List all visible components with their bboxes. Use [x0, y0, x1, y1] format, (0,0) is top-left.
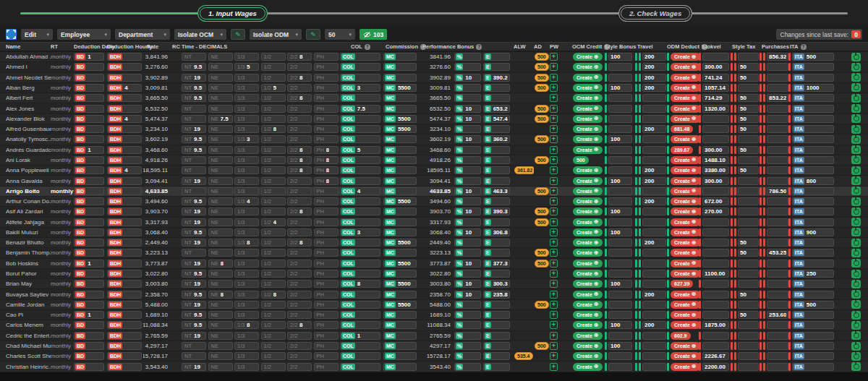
- bonus-percent-input[interactable]: [464, 106, 480, 112]
- ita-input[interactable]: [805, 53, 831, 60]
- ph-input[interactable]: [326, 106, 338, 112]
- col-input[interactable]: [356, 126, 380, 132]
- purchases-input[interactable]: [767, 321, 788, 329]
- ita-input[interactable]: [805, 136, 831, 142]
- style-bonus-input[interactable]: [608, 177, 632, 185]
- ocm-credit-button[interactable]: Create⊕: [573, 301, 603, 309]
- odm-deduct-button[interactable]: Create⊕: [671, 228, 699, 236]
- one-third-input[interactable]: [246, 322, 258, 328]
- ocm-credit-button[interactable]: Create⊕: [573, 291, 603, 299]
- nt-input[interactable]: [193, 249, 205, 256]
- percent-badge[interactable]: %: [456, 260, 463, 267]
- purchases-input[interactable]: [767, 135, 788, 143]
- one-half-input[interactable]: [273, 322, 285, 328]
- travel-input[interactable]: [642, 301, 666, 309]
- e-badge[interactable]: E: [485, 219, 491, 226]
- two-two-input[interactable]: [299, 249, 311, 256]
- deduction-hourly-input[interactable]: [123, 312, 141, 318]
- stokvel-input[interactable]: [702, 197, 729, 205]
- one-half-input[interactable]: [273, 281, 285, 287]
- one-half-input[interactable]: [273, 291, 285, 298]
- deduction-hourly-input[interactable]: [123, 167, 141, 174]
- ita-input[interactable]: [805, 322, 831, 328]
- mc-badge[interactable]: MC: [385, 126, 396, 132]
- col-input[interactable]: [356, 53, 380, 60]
- col-badge[interactable]: COL: [341, 198, 355, 205]
- e-badge[interactable]: E: [485, 229, 491, 236]
- ph-input[interactable]: [326, 147, 338, 153]
- deduction-daily-input[interactable]: [86, 167, 103, 174]
- deduction-daily-input[interactable]: [86, 219, 103, 226]
- ita-input[interactable]: [805, 301, 831, 308]
- deduction-hourly-input[interactable]: [123, 208, 141, 215]
- stokvel-input[interactable]: [702, 332, 729, 340]
- ocm-credit-button[interactable]: Create⊕: [573, 84, 603, 92]
- style-tax-input[interactable]: [738, 197, 759, 205]
- two-two-input[interactable]: [299, 53, 311, 60]
- travel-input[interactable]: [642, 270, 666, 278]
- mc-badge[interactable]: MC: [385, 239, 396, 246]
- ita-badge[interactable]: ITA: [793, 281, 804, 287]
- ita-input[interactable]: [805, 312, 831, 318]
- one-third-input[interactable]: [246, 301, 258, 308]
- one-half-input[interactable]: [273, 106, 285, 112]
- percent-badge[interactable]: %: [456, 64, 463, 70]
- nt-input[interactable]: [193, 291, 205, 298]
- one-third-input[interactable]: [246, 343, 258, 349]
- deduction-daily-input[interactable]: [86, 312, 103, 318]
- percent-badge[interactable]: %: [456, 343, 463, 349]
- style-bonus-input[interactable]: [608, 146, 632, 154]
- ita-input[interactable]: [805, 364, 831, 370]
- power-button[interactable]: [851, 300, 861, 309]
- ne-input[interactable]: [220, 157, 232, 163]
- ne-input[interactable]: [220, 312, 232, 318]
- percent-badge[interactable]: %: [456, 229, 463, 236]
- nt-input[interactable]: [193, 116, 205, 122]
- bdh-badge[interactable]: BDH: [109, 353, 122, 359]
- stokvel-input[interactable]: [702, 115, 729, 123]
- col-badge[interactable]: COL: [341, 116, 355, 122]
- e-badge[interactable]: E: [485, 208, 491, 215]
- style-tax-input[interactable]: [738, 270, 759, 278]
- ne-input[interactable]: [220, 364, 232, 370]
- bonus-percent-input[interactable]: [464, 312, 480, 318]
- ocm-credit-button[interactable]: Create⊕: [573, 177, 603, 185]
- style-bonus-input[interactable]: [608, 301, 632, 309]
- bonus-e-input[interactable]: [492, 116, 509, 122]
- ita-input[interactable]: [805, 208, 831, 215]
- mc-badge[interactable]: MC: [385, 301, 396, 308]
- ph-input[interactable]: [326, 157, 338, 163]
- deduction-daily-input[interactable]: [86, 301, 103, 308]
- stokvel-input[interactable]: [702, 207, 729, 215]
- bonus-e-input[interactable]: [492, 208, 509, 215]
- col-input[interactable]: [356, 291, 380, 298]
- col-input[interactable]: [356, 208, 380, 215]
- two-two-input[interactable]: [299, 198, 311, 205]
- bd-badge[interactable]: BD: [75, 260, 85, 267]
- power-button[interactable]: [851, 63, 861, 72]
- travel-input[interactable]: [642, 332, 666, 340]
- power-button[interactable]: [851, 155, 861, 164]
- deduction-hourly-input[interactable]: [123, 291, 141, 298]
- bonus-percent-input[interactable]: [464, 219, 480, 226]
- deduction-hourly-input[interactable]: [123, 333, 141, 339]
- mc-badge[interactable]: MC: [385, 136, 396, 142]
- commission-input[interactable]: [396, 188, 416, 194]
- ne-input[interactable]: [220, 136, 232, 142]
- odm-deduct-button[interactable]: Create⊕: [671, 321, 699, 329]
- ph-input[interactable]: [326, 249, 338, 256]
- odm-deduct-button[interactable]: Create⊕: [671, 187, 699, 195]
- one-third-input[interactable]: [246, 116, 258, 122]
- bdh-badge[interactable]: BDH: [109, 167, 122, 174]
- stokvel-input[interactable]: [702, 94, 729, 102]
- one-half-input[interactable]: [273, 95, 285, 101]
- bonus-percent-input[interactable]: [464, 353, 480, 359]
- power-button[interactable]: [851, 352, 861, 361]
- deduction-daily-input[interactable]: [86, 249, 103, 256]
- travel-input[interactable]: [642, 135, 666, 143]
- bdh-badge[interactable]: BDH: [109, 239, 122, 246]
- bdh-badge[interactable]: BDH: [109, 157, 122, 163]
- bonus-percent-input[interactable]: [464, 343, 480, 349]
- ph-input[interactable]: [326, 364, 338, 370]
- bonus-percent-input[interactable]: [464, 239, 480, 246]
